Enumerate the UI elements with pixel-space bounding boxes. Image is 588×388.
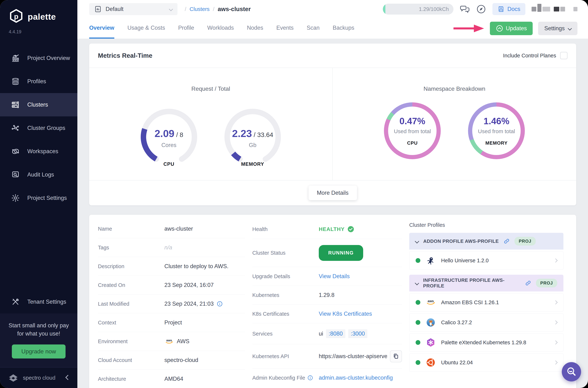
sidebar-item-audit-logs[interactable]: Audit Logs — [0, 163, 77, 186]
memory-used-caption: Used from total — [478, 128, 515, 134]
svg-text:p: p — [14, 12, 18, 20]
cpu-request-value: 2.09 — [155, 128, 174, 139]
status-row-upgrade: Upgrade Details View Details — [252, 267, 402, 286]
ubuntu-icon — [426, 357, 436, 368]
profile-pack-name: Palette eXtended Kubernetes 1.29.8 — [441, 340, 526, 345]
chevron-down-icon — [169, 7, 173, 11]
profile-row-calico[interactable]: Calico 3.27.2 — [409, 313, 564, 332]
audit-search-icon — [10, 170, 21, 179]
kubernetes-version: 1.29.8 — [319, 292, 334, 298]
memory-donut-label: MEMORY — [485, 140, 508, 146]
docs-button[interactable]: Docs — [492, 3, 525, 15]
svg-text:aws: aws — [166, 339, 172, 342]
include-control-planes-checkbox[interactable] — [560, 52, 567, 59]
chat-button[interactable] — [460, 4, 470, 14]
info-icon[interactable] — [217, 301, 223, 307]
kubeconfig-file-link[interactable]: admin.aws-cluster.kubeconfig — [319, 375, 393, 381]
explore-button[interactable] — [476, 4, 486, 14]
tab-overview[interactable]: Overview — [89, 18, 114, 39]
infrastructure-profile-group-header[interactable]: INFRASTRUCTURE PROFILE AWS-PROFILE PROJ — [409, 275, 564, 291]
breadcrumb-current: aws-cluster — [218, 6, 251, 13]
cpu-gauge: 2.09 / 8 Cores CPU — [140, 108, 198, 167]
tab-scan[interactable]: Scan — [307, 18, 320, 39]
book-icon — [498, 5, 505, 13]
docs-label: Docs — [507, 6, 520, 12]
tab-events[interactable]: Events — [276, 18, 294, 39]
service-port-link[interactable]: :8080 — [326, 329, 345, 338]
detail-label: Description — [98, 263, 164, 269]
status-dot-green — [416, 258, 420, 263]
sidebar-item-tenant-settings[interactable]: Tenant Settings — [0, 290, 77, 314]
include-control-planes-label: Include Control Planes — [503, 53, 556, 59]
detail-label: Kubernetes API — [252, 353, 319, 359]
sidebar-item-clusters[interactable]: Clusters — [0, 93, 77, 116]
usage-quota-pill: 1.29/100kCh — [383, 4, 453, 15]
chevron-right-icon — [554, 340, 558, 345]
detail-label: K8s Certificates — [252, 311, 319, 317]
annotation-arrow — [453, 24, 484, 33]
status-dot-green — [416, 360, 420, 365]
service-port-link[interactable]: :3000 — [348, 329, 367, 338]
chevron-right-icon — [554, 320, 558, 325]
aws-logo-icon: aws — [426, 297, 436, 308]
info-icon[interactable] — [307, 375, 313, 381]
sidebar-collapse-button[interactable] — [66, 376, 70, 380]
copy-icon — [393, 353, 399, 359]
running-status-badge: RUNNING — [319, 245, 363, 261]
search-fab-button[interactable] — [562, 362, 581, 381]
detail-row-description: Description Cluster to deploy to AWS. — [98, 257, 245, 276]
profile-pack-name: Calico 3.27.2 — [441, 319, 472, 326]
upgrade-now-button[interactable]: Upgrade now — [12, 344, 65, 359]
tab-usage-costs[interactable]: Usage & Costs — [127, 18, 165, 39]
more-details-button[interactable]: More Details — [309, 186, 357, 200]
detail-value: 23 Sep 2024, 21:03 — [164, 301, 214, 307]
chevron-right-icon — [554, 361, 558, 365]
status-dot-green — [416, 320, 420, 325]
tab-backups[interactable]: Backups — [333, 18, 354, 39]
sidebar-item-cluster-groups[interactable]: Cluster Groups — [0, 116, 77, 140]
sidebar: p palette 4.4.19 Project Overview Profil… — [0, 0, 77, 388]
memory-used-percent: 1.46% — [483, 116, 509, 126]
updates-button[interactable]: Updates — [490, 22, 533, 35]
breadcrumb-separator: / — [213, 6, 214, 12]
tab-workloads[interactable]: Workloads — [207, 18, 234, 39]
detail-value: n/a — [164, 244, 172, 251]
view-details-link[interactable]: View Details — [319, 273, 350, 280]
status-row-cluster-status: Cluster Status RUNNING — [252, 239, 402, 267]
profile-row-amazon-ebs-csi[interactable]: aws Amazon EBS CSI 1.26.1 — [409, 293, 564, 312]
network-graph-icon — [10, 124, 21, 132]
svg-text:aws: aws — [428, 299, 434, 303]
orbit-icon — [10, 147, 21, 156]
tab-nodes[interactable]: Nodes — [247, 18, 263, 39]
sidebar-item-project-settings[interactable]: Project Settings — [0, 186, 77, 210]
detail-label: Context — [98, 320, 164, 326]
server-rack-icon — [10, 100, 21, 109]
copy-api-url-button[interactable] — [390, 350, 402, 362]
settings-label: Settings — [544, 25, 565, 32]
detail-label: Architecture — [98, 376, 164, 382]
settings-button[interactable]: Settings — [538, 22, 577, 35]
profile-group-name: ADDON PROFILE AWS-PROFILE — [423, 239, 499, 244]
sidebar-item-profiles[interactable]: Profiles — [0, 70, 77, 93]
addon-profile-group-header[interactable]: ADDON PROFILE AWS-PROFILE PROJ — [409, 233, 564, 250]
check-circle-icon — [347, 225, 354, 233]
sidebar-item-label: Workspaces — [27, 148, 58, 155]
status-row-kubernetes-api: Kubernetes API https://aws-cluster-apise… — [252, 344, 402, 368]
project-selector-dropdown[interactable]: Default — [89, 3, 178, 15]
footer-brand-primary: spectro — [23, 375, 41, 381]
profile-row-hello-universe[interactable]: Hello Universe 1.2.0 — [409, 251, 564, 270]
view-k8s-certificates-link[interactable]: View K8s Certificates — [319, 311, 372, 317]
cpu-used-percent: 0.47% — [399, 116, 425, 126]
gear-icon — [10, 194, 21, 202]
sidebar-item-workspaces[interactable]: Workspaces — [0, 140, 77, 163]
sidebar-item-label: Audit Logs — [27, 171, 54, 178]
profile-pack-name: Amazon EBS CSI 1.26.1 — [441, 299, 499, 306]
sidebar-item-project-overview[interactable]: Project Overview — [0, 47, 77, 70]
calico-cat-icon — [426, 317, 436, 328]
profile-row-palette-extended-kubernetes[interactable]: Palette eXtended Kubernetes 1.29.8 — [409, 333, 564, 352]
tab-profile[interactable]: Profile — [178, 18, 194, 39]
palette-logo-icon: p — [8, 9, 24, 24]
breadcrumb-clusters-link[interactable]: Clusters — [189, 6, 209, 12]
detail-value: AMD64 — [164, 376, 183, 382]
profile-row-ubuntu[interactable]: Ubuntu 22.04 — [409, 353, 564, 372]
